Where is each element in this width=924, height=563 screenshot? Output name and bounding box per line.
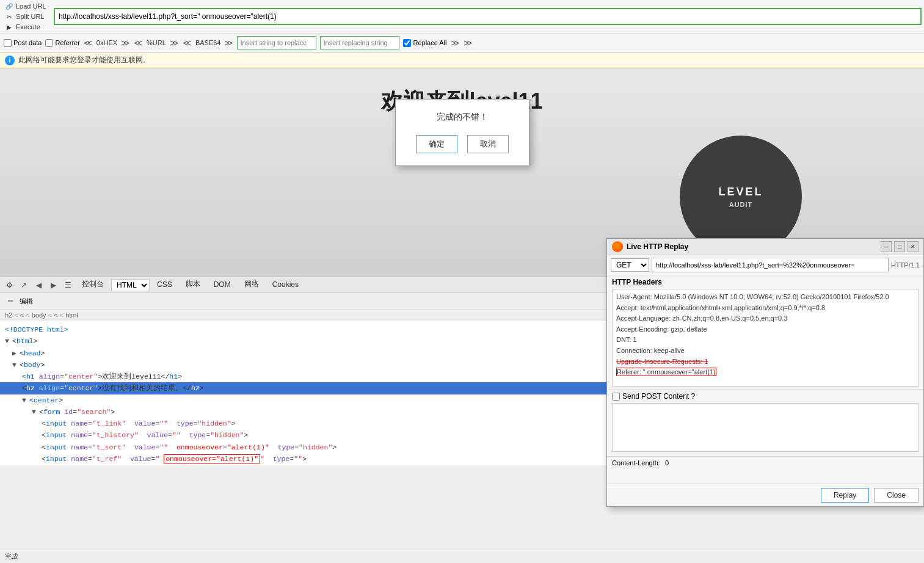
replay-url-input[interactable]: [652, 258, 889, 272]
percent-label: %URL: [147, 39, 166, 46]
post-textarea[interactable]: [612, 403, 919, 452]
header-dnt: DNT: 1: [616, 335, 914, 346]
close-replay-button[interactable]: Close: [874, 488, 919, 503]
http-replay-titlebar: Live HTTP Replay — □ ✕: [607, 239, 923, 255]
header-accept: Accept: text/html,application/xhtml+xml,…: [616, 303, 914, 314]
header-accept-language: Accept-Language: zh-CN,zh;q=0.8,en-US;q=…: [616, 313, 914, 324]
base64-right-arrow: ≫: [224, 38, 233, 48]
firefox-icon: [612, 241, 623, 252]
load-url-icon: 🔗: [5, 2, 13, 10]
info-icon: i: [5, 56, 15, 65]
percent-right-arrow: ≫: [170, 38, 179, 48]
alert-buttons: 确定 取消: [408, 135, 517, 153]
http-headers-section: HTTP Headers User-Agent: Mozilla/5.0 (Wi…: [607, 275, 923, 390]
logo-text-2: AUDIT: [729, 201, 753, 208]
split-url-button[interactable]: ✂ Split URL: [2, 12, 51, 21]
toolbar: 🔗 Load URL ✂ Split URL ▶ Execute Post da…: [0, 0, 924, 53]
tab-dom[interactable]: DOM: [208, 278, 237, 292]
load-url-button[interactable]: 🔗 Load URL: [2, 1, 51, 11]
url-input[interactable]: [54, 8, 922, 25]
insert-string-input[interactable]: [237, 36, 316, 49]
replace-arrow2: ≫: [464, 38, 473, 48]
status-bar: 完成: [0, 550, 924, 563]
http-replay-url-bar: GET POST HTTP/1.1: [607, 255, 923, 275]
base64-left-arrow: ≪: [183, 38, 192, 48]
percent-left-arrow: ≪: [134, 38, 143, 48]
insert-replacing-input[interactable]: [320, 36, 399, 49]
base64-label: BASE64: [195, 39, 221, 46]
referer-highlight: Referer: " onmouseover="alert(1): [616, 368, 716, 376]
devtools-inspect-icon[interactable]: ⚙: [2, 278, 16, 292]
header-upgrade: Upgrade-Insecure-Requests: 1: [616, 357, 914, 368]
replay-button[interactable]: Replay: [821, 488, 869, 503]
breadcrumb-item-body: body: [32, 311, 54, 319]
headers-content[interactable]: User-Agent: Mozilla/5.0 (Windows NT 10.0…: [612, 289, 919, 387]
alert-dialog: 完成的不错！ 确定 取消: [395, 99, 529, 166]
status-text: 完成: [5, 552, 18, 561]
header-connection: Connection: keep-alive: [616, 346, 914, 357]
post-content-section: Send POST Content ?: [607, 390, 923, 456]
tab-cookies[interactable]: Cookies: [266, 278, 305, 292]
breadcrumb-sep2: <: [54, 311, 65, 319]
header-referer: Referer: " onmouseover="alert(1): [616, 367, 914, 378]
tab-script[interactable]: 脚本: [180, 277, 206, 292]
referrer-checkbox[interactable]: Referrer: [45, 39, 79, 47]
close-window-button[interactable]: ✕: [908, 241, 919, 252]
method-select[interactable]: GET POST: [611, 258, 649, 272]
execute-button[interactable]: ▶ Execute: [2, 22, 51, 32]
breadcrumb-sep1: <: [20, 311, 32, 319]
http-replay-dialog: Live HTTP Replay — □ ✕ GET POST HTTP/1.1…: [606, 238, 924, 507]
devtools-edit-label: 编辑: [20, 297, 33, 306]
content-length-bar: Content-Length: 0: [607, 456, 923, 469]
logo-text-1: LEVEL: [718, 186, 763, 198]
replay-title: Live HTTP Replay: [612, 241, 688, 252]
tab-network[interactable]: 网络: [238, 277, 265, 292]
tab-html-select[interactable]: HTML: [111, 279, 150, 291]
hex-right-arrow: ≫: [121, 38, 130, 48]
content-length-label: Content-Length:: [612, 459, 660, 467]
send-post-checkbox[interactable]: [612, 393, 620, 401]
alert-message: 完成的不错！: [408, 112, 517, 123]
execute-icon: ▶: [5, 23, 13, 31]
headers-title: HTTP Headers: [612, 278, 919, 286]
breadcrumb-item-html: html: [65, 311, 78, 319]
post-data-checkbox[interactable]: Post data: [4, 39, 42, 47]
header-user-agent: User-Agent: Mozilla/5.0 (Windows NT 10.0…: [616, 292, 914, 303]
replace-arrow: ≫: [451, 38, 460, 48]
devtools-back-icon[interactable]: ◀: [32, 278, 45, 292]
replay-action-bar: Replay Close: [607, 484, 923, 506]
url-bar: 🔗 Load URL ✂ Split URL ▶ Execute: [0, 0, 924, 34]
tab-console[interactable]: 控制台: [76, 277, 110, 292]
content-length-value: 0: [665, 459, 669, 467]
http-version-label: HTTP/1.1: [891, 261, 920, 269]
post-check: Send POST Content ?: [612, 392, 919, 401]
devtools-menu-icon[interactable]: ☰: [61, 278, 75, 292]
replay-window-buttons: — □ ✕: [881, 241, 919, 252]
split-url-icon: ✂: [5, 12, 13, 21]
header-accept-encoding: Accept-Encoding: gzip, deflate: [616, 324, 914, 335]
tab-css[interactable]: CSS: [151, 278, 178, 292]
devtools-pick-icon[interactable]: ↗: [17, 278, 31, 292]
alert-ok-button[interactable]: 确定: [416, 135, 457, 153]
breadcrumb-item-h2: h2: [5, 311, 20, 319]
hex-label: 0xHEX: [96, 39, 117, 46]
alert-cancel-button[interactable]: 取消: [467, 135, 509, 153]
minimize-button[interactable]: —: [881, 241, 892, 252]
devtools-edit-icon[interactable]: ✏: [4, 294, 17, 308]
info-bar: i 此网络可能要求您登录才能使用互联网。: [0, 53, 924, 68]
replace-all-checkbox[interactable]: Replace All: [403, 39, 446, 47]
info-message: 此网络可能要求您登录才能使用互联网。: [18, 55, 150, 65]
url-buttons: 🔗 Load URL ✂ Split URL ▶ Execute: [2, 1, 51, 32]
options-bar: Post data Referrer ≪ 0xHEX ≫ ≪ %URL ≫ ≪ …: [0, 34, 924, 52]
hex-left-arrow: ≪: [84, 38, 93, 48]
devtools-forward-icon[interactable]: ▶: [46, 278, 60, 292]
maximize-button[interactable]: □: [894, 241, 905, 252]
